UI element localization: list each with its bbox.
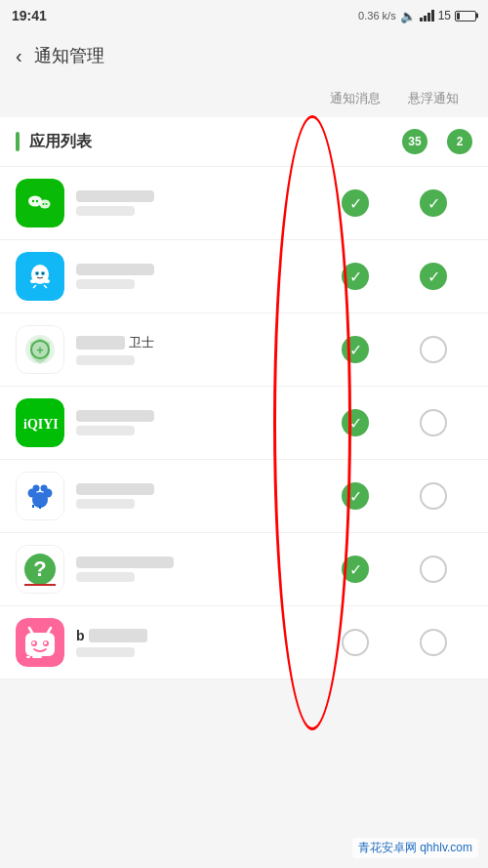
status-time: 19:41 <box>12 8 47 23</box>
svg-rect-36 <box>26 656 30 658</box>
app-info-baidu <box>76 483 316 509</box>
list-item[interactable]: iQIYI ✓ <box>0 387 488 460</box>
svg-point-1 <box>40 200 51 209</box>
list-item[interactable]: ✓ ✓ <box>0 240 488 313</box>
app-icon-baidu <box>16 472 64 520</box>
notify-badge: 35 <box>402 129 427 154</box>
app-sub-baidu <box>76 499 135 509</box>
app-name-iqiyi <box>76 410 154 422</box>
app-icon-qq <box>16 252 64 301</box>
app-icon-iqiyi: iQIYI <box>16 398 64 447</box>
app-icon-bilibili <box>16 618 64 667</box>
notify-toggle-qq[interactable]: ✓ <box>316 263 394 290</box>
check-icon: ✓ <box>342 263 369 290</box>
app-name-baidu <box>76 483 154 495</box>
app-sub-qq <box>76 279 135 289</box>
unchecked-circle <box>342 629 369 656</box>
app-icon-wechat <box>16 179 64 227</box>
svg-point-4 <box>43 203 45 205</box>
app-sub-help <box>76 572 135 582</box>
app-name-qq <box>76 264 154 275</box>
unchecked-circle <box>420 336 447 363</box>
float-toggle-iqiyi[interactable] <box>394 409 472 436</box>
svg-text:?: ? <box>33 557 46 581</box>
app-icon-guard: + <box>16 325 64 374</box>
speaker-icon: 🔈 <box>400 9 416 23</box>
svg-line-30 <box>29 628 32 633</box>
unchecked-circle <box>420 482 447 510</box>
list-item[interactable]: b <box>0 606 488 680</box>
app-info-wechat <box>76 190 316 216</box>
svg-point-3 <box>36 200 38 202</box>
battery-percent: 15 <box>438 9 451 22</box>
list-item[interactable]: ? ✓ <box>0 533 488 606</box>
notify-toggle-iqiyi[interactable]: ✓ <box>316 409 394 436</box>
check-icon: ✓ <box>342 409 369 436</box>
unchecked-circle <box>420 629 447 656</box>
svg-line-14 <box>44 285 47 288</box>
svg-point-23 <box>41 485 48 492</box>
notify-toggle-guard[interactable]: ✓ <box>316 336 394 363</box>
float-toggle-wechat[interactable]: ✓ <box>394 189 472 217</box>
app-info-bilibili: b <box>76 628 316 657</box>
col-notify-msg: 通知消息 <box>316 90 394 107</box>
notify-toggle-help[interactable]: ✓ <box>316 556 394 583</box>
app-info-help <box>76 557 316 582</box>
svg-point-10 <box>36 272 38 274</box>
svg-point-2 <box>32 200 34 202</box>
status-speed: 0.36 k/s <box>358 10 396 21</box>
notify-toggle-bilibili[interactable] <box>316 629 394 656</box>
notify-toggle-wechat[interactable]: ✓ <box>316 189 394 217</box>
svg-rect-29 <box>25 633 55 656</box>
svg-point-34 <box>32 641 35 644</box>
float-toggle-qq[interactable]: ✓ <box>394 263 472 290</box>
app-info-qq <box>76 264 316 289</box>
col-float-notify: 悬浮通知 <box>394 90 472 107</box>
float-toggle-bilibili[interactable] <box>394 629 472 656</box>
app-info-guard: 卫士 <box>76 334 316 365</box>
check-icon: ✓ <box>420 189 447 217</box>
battery-icon <box>455 11 476 21</box>
app-info-iqiyi <box>76 410 316 435</box>
app-sub-bilibili <box>76 647 135 657</box>
float-toggle-help[interactable] <box>394 556 472 583</box>
list-item[interactable]: + 卫士 ✓ <box>0 313 488 387</box>
float-toggle-baidu[interactable] <box>394 482 472 510</box>
watermark: 青花安卓网 qhhlv.com <box>352 838 478 858</box>
unchecked-circle <box>420 409 447 436</box>
app-sub-iqiyi <box>76 426 135 435</box>
app-sub-wechat <box>76 206 135 216</box>
app-name-wechat <box>76 190 154 202</box>
svg-rect-37 <box>32 656 42 658</box>
app-name-guard: 卫士 <box>76 334 316 351</box>
app-list: ✓ ✓ <box>0 167 488 680</box>
back-button[interactable]: ‹ <box>16 45 22 67</box>
app-sub-guard <box>76 355 135 365</box>
notify-toggle-baidu[interactable]: ✓ <box>316 482 394 510</box>
svg-point-7 <box>30 279 36 283</box>
check-icon: ✓ <box>342 336 369 363</box>
page-header: ‹ 通知管理 <box>0 31 488 80</box>
svg-point-8 <box>44 279 50 283</box>
svg-line-31 <box>48 628 51 633</box>
svg-point-5 <box>46 203 48 205</box>
check-icon: ✓ <box>342 482 369 510</box>
app-name-help <box>76 557 174 568</box>
svg-point-12 <box>42 272 44 274</box>
page-title: 通知管理 <box>34 44 104 67</box>
list-item[interactable]: ✓ ✓ <box>0 167 488 240</box>
section-header: 应用列表 35 2 <box>0 117 488 167</box>
svg-text:iQIYI: iQIYI <box>23 417 59 432</box>
check-icon: ✓ <box>420 263 447 290</box>
section-bar-decoration <box>16 132 20 151</box>
app-icon-help: ? <box>16 545 64 594</box>
section-title: 应用列表 <box>29 132 402 152</box>
svg-text:+: + <box>36 344 43 357</box>
list-item[interactable]: ✓ <box>0 460 488 533</box>
check-icon: ✓ <box>342 189 369 217</box>
status-right: 0.36 k/s 🔈 15 <box>358 9 476 23</box>
column-headers: 通知消息 悬浮通知 <box>0 80 488 117</box>
check-icon: ✓ <box>342 556 369 583</box>
float-toggle-guard[interactable] <box>394 336 472 363</box>
status-bar: 19:41 0.36 k/s 🔈 15 <box>0 0 488 31</box>
